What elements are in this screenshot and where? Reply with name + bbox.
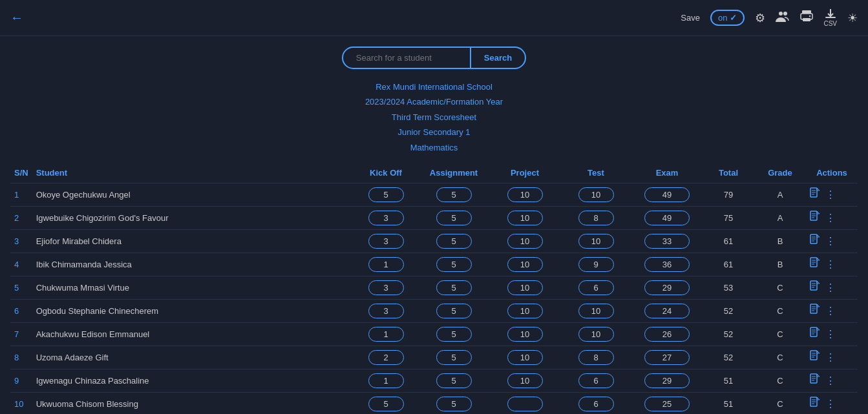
document-icon[interactable] [810,257,820,271]
exam-input[interactable] [644,304,690,318]
kickoff-input[interactable] [368,397,404,411]
project-input[interactable] [507,257,543,272]
kickoff-input[interactable] [368,234,404,249]
document-icon[interactable] [810,304,820,318]
assignment-input[interactable] [436,397,472,411]
project-input[interactable] [507,304,543,318]
test-cell [560,206,631,229]
exam-input[interactable] [644,187,690,202]
kickoff-input[interactable] [368,211,404,225]
exam-input[interactable] [644,234,690,249]
csv-label: CSV [823,20,837,27]
kickoff-input[interactable] [368,373,404,388]
project-input[interactable] [507,373,543,388]
total-value: 52 [703,322,754,346]
test-input[interactable] [578,187,614,202]
project-input[interactable] [507,234,543,249]
document-icon[interactable] [810,234,820,248]
row-sn: 4 [10,253,32,276]
assignment-input[interactable] [436,304,472,318]
test-input[interactable] [578,280,614,295]
project-input[interactable] [507,327,543,342]
more-options-icon[interactable]: ⋮ [825,212,836,224]
brightness-button[interactable]: ☀ [847,11,858,25]
project-input[interactable] [507,211,543,225]
test-input[interactable] [578,350,614,365]
more-options-icon[interactable]: ⋮ [825,398,836,410]
row-sn: 9 [10,369,32,392]
project-input[interactable] [507,397,543,411]
exam-input[interactable] [644,350,690,365]
more-options-icon[interactable]: ⋮ [825,305,836,317]
search-button[interactable]: Search [471,47,526,69]
project-input[interactable] [507,187,543,202]
document-icon[interactable] [810,280,820,295]
more-options-icon[interactable]: ⋮ [825,351,836,364]
assignment-input[interactable] [436,373,472,388]
assignment-input[interactable] [436,211,472,225]
test-input[interactable] [578,257,614,272]
settings-button[interactable]: ⚙ [755,11,765,25]
kickoff-input[interactable] [368,327,404,342]
assignment-input[interactable] [436,187,472,202]
more-options-icon[interactable]: ⋮ [825,375,836,387]
test-input[interactable] [578,327,614,342]
people-button[interactable] [776,10,790,25]
actions-cell: ⋮ [806,183,858,206]
student-name: Igwenagu Chinaza Paschaline [32,369,354,392]
test-input[interactable] [578,304,614,318]
total-value: 52 [703,346,754,369]
csv-download-button[interactable]: CSV [823,8,837,27]
document-icon[interactable] [810,373,820,388]
test-input[interactable] [578,397,614,411]
exam-input[interactable] [644,280,690,295]
more-options-icon[interactable]: ⋮ [825,189,836,201]
project-input[interactable] [507,280,543,295]
actions-cell: ⋮ [806,392,858,414]
back-button[interactable]: ← [10,10,23,25]
project-input[interactable] [507,350,543,365]
more-options-icon[interactable]: ⋮ [825,282,836,294]
test-input[interactable] [578,373,614,388]
test-input[interactable] [578,211,614,225]
assignment-input[interactable] [436,257,472,272]
more-options-icon[interactable]: ⋮ [825,328,836,340]
table-row: 2 Igwebuike Chigozirim God's Favour 75 A [10,206,858,229]
more-options-icon[interactable]: ⋮ [825,235,836,247]
assignment-input[interactable] [436,280,472,295]
document-icon[interactable] [810,397,820,411]
toolbar: ← Save on ✓ ⚙ [0,0,868,36]
assignment-input[interactable] [436,350,472,365]
exam-input[interactable] [644,327,690,342]
kickoff-input[interactable] [368,280,404,295]
actions-cell: ⋮ [806,346,858,369]
document-icon[interactable] [810,327,820,341]
exam-input[interactable] [644,397,690,411]
table-row: 3 Ejiofor Mirabel Chidera 61 B [10,229,858,253]
assignment-input[interactable] [436,234,472,249]
kickoff-input[interactable] [368,350,404,365]
document-icon[interactable] [810,187,820,202]
exam-cell [631,322,703,346]
test-input[interactable] [578,234,614,249]
exam-cell [631,206,703,229]
project-cell [489,392,560,414]
test-cell [560,392,631,414]
search-input[interactable] [342,47,471,69]
kickoff-input[interactable] [368,304,404,318]
document-icon[interactable] [810,211,820,225]
exam-input[interactable] [644,257,690,272]
document-icon[interactable] [810,350,820,364]
print-button[interactable] [800,10,813,25]
assignment-input[interactable] [436,327,472,342]
kickoff-input[interactable] [368,257,404,272]
student-name: Uzoma Adaeze Gift [32,346,354,369]
settings-icon: ⚙ [755,12,765,25]
action-buttons: ⋮ [810,234,854,248]
exam-input[interactable] [644,211,690,225]
toggle-on-text: on [718,13,727,23]
more-options-icon[interactable]: ⋮ [825,258,836,271]
toggle-button[interactable]: on ✓ [710,10,745,26]
kickoff-input[interactable] [368,187,404,202]
exam-input[interactable] [644,373,690,388]
